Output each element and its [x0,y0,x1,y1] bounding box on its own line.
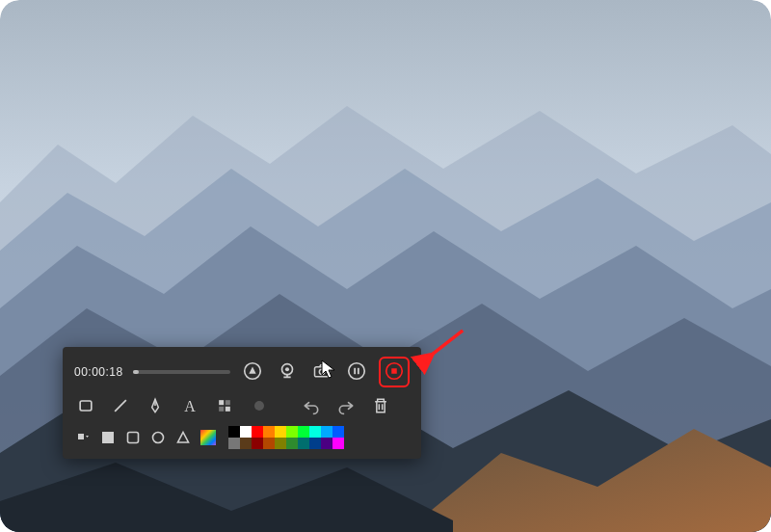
stop-icon [384,360,405,385]
svg-rect-18 [102,432,114,443]
color-swatch[interactable] [228,438,240,449]
rectangle-icon [76,396,95,418]
redo-button[interactable] [334,395,358,418]
markup-button[interactable] [240,359,265,385]
color-swatch[interactable] [309,438,321,449]
color-swatch[interactable] [263,426,275,438]
svg-rect-14 [219,406,224,411]
pause-icon [346,360,367,385]
color-swatch[interactable] [309,426,321,438]
color-swatch[interactable] [286,426,298,438]
recorder-controls-row: 00:00:18 [74,357,410,387]
undo-button[interactable] [300,395,323,418]
color-swatch[interactable] [252,438,263,449]
stop-button[interactable] [382,359,407,385]
color-swatch[interactable] [252,426,263,438]
color-swatch[interactable] [275,426,286,438]
color-swatch[interactable] [321,438,332,449]
brush-icon [250,396,269,418]
pen-tool-button[interactable] [144,395,167,418]
screen-recorder-panel: 00:00:18 [63,347,421,459]
svg-rect-8 [358,367,359,373]
annotation-tools-row: A [74,395,410,418]
brush-tool-button[interactable] [248,395,271,418]
color-swatch[interactable] [286,438,298,449]
svg-rect-10 [391,368,397,374]
svg-rect-7 [354,367,356,373]
color-swatch[interactable] [240,426,252,438]
markup-icon [242,360,263,385]
svg-rect-13 [226,400,230,405]
camera-icon [312,361,332,384]
color-swatch[interactable] [298,438,309,449]
trash-icon [371,396,390,418]
webcam-button[interactable] [275,359,300,385]
mosaic-tool-button[interactable] [213,395,236,418]
color-swatch[interactable] [321,426,332,438]
pause-button[interactable] [344,359,369,385]
undo-icon [302,396,321,418]
thickness-dropdown[interactable] [74,429,92,446]
recording-timer: 00:00:18 [74,365,123,379]
filled-square-shape[interactable] [99,429,117,446]
svg-rect-11 [80,401,92,411]
color-swatch[interactable] [332,426,344,438]
circle-shape[interactable] [149,429,167,446]
svg-rect-15 [226,406,230,411]
svg-rect-4 [315,366,330,376]
mosaic-icon [215,396,234,418]
pen-icon [146,396,165,418]
line-icon [111,396,130,418]
color-palette [228,426,344,449]
svg-point-6 [349,362,365,379]
svg-rect-12 [219,400,224,405]
color-swatch[interactable] [298,426,309,438]
color-swatch[interactable] [228,426,240,438]
svg-point-5 [319,369,324,374]
screenshot-button[interactable] [309,359,334,385]
line-tool-button[interactable] [109,395,132,418]
outline-square-shape[interactable] [124,429,142,446]
text-tool-button[interactable]: A [178,395,201,418]
color-swatch[interactable] [332,438,344,449]
svg-rect-17 [78,434,84,439]
svg-point-20 [153,433,164,443]
stop-button-highlight [379,357,410,387]
color-picker-button[interactable] [199,429,217,446]
delete-button[interactable] [369,395,392,418]
webcam-icon [277,360,298,385]
color-picker-icon [200,430,216,445]
svg-rect-19 [128,433,139,443]
text-icon: A [184,398,196,415]
triangle-shape[interactable] [174,429,192,446]
redo-icon [336,396,356,418]
color-swatch[interactable] [263,438,275,449]
color-swatch[interactable] [275,438,286,449]
svg-point-16 [254,401,264,411]
rectangle-tool-button[interactable] [74,395,97,418]
color-swatch[interactable] [240,438,252,449]
svg-point-3 [285,367,289,371]
shape-and-color-row [74,426,410,449]
recording-progress-bar[interactable] [133,370,230,374]
